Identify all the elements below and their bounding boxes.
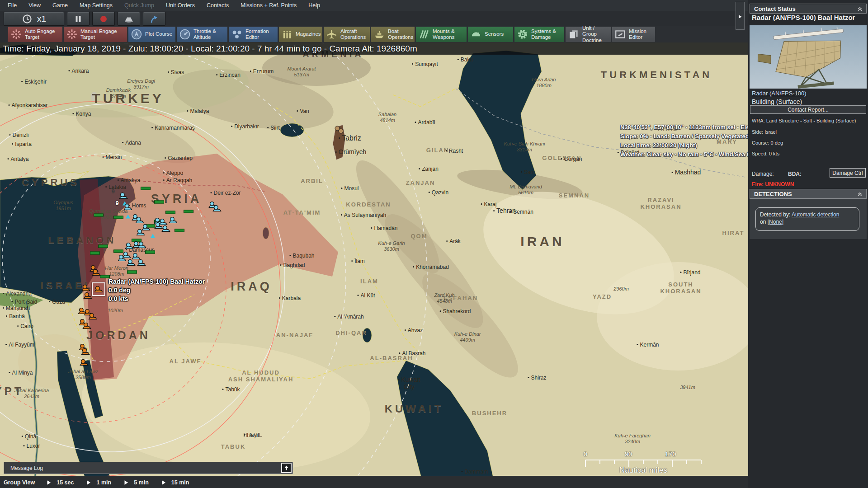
contact-db-link[interactable]: Radar (AN/FPS-100) xyxy=(752,90,807,97)
facility-strip[interactable] xyxy=(90,252,100,255)
record-icon xyxy=(98,14,109,24)
sidebar-collapse-button[interactable] xyxy=(736,2,745,30)
menu-help[interactable]: Help xyxy=(302,0,326,11)
record-button[interactable] xyxy=(92,12,115,26)
map-label-siirt: Siirt xyxy=(267,125,280,131)
unit-hostile[interactable] xyxy=(168,217,178,224)
speed-preset-15-min[interactable]: 15 min xyxy=(160,479,189,486)
menu-missions-ref-points[interactable]: Missions + Ref. Points xyxy=(235,0,302,11)
speed-preset-1-min[interactable]: 1 min xyxy=(85,479,111,486)
toolbar-auto-engage-target[interactable]: Auto Engage Target xyxy=(8,27,62,42)
selected-unit-box[interactable] xyxy=(92,282,105,296)
unit-friendly[interactable] xyxy=(88,313,98,320)
pause-icon xyxy=(73,14,84,24)
map-label-erzurum: Erzurum xyxy=(250,68,274,75)
map-label-gaziantep: Gaziantep xyxy=(165,155,193,161)
toolbar-unit-group-doctrine[interactable]: Unit / Group Doctrine xyxy=(566,27,611,42)
detections-header[interactable]: DETECTIONS xyxy=(750,189,867,199)
facility-strip[interactable] xyxy=(141,187,151,190)
speed-preset-5-min[interactable]: 5 min xyxy=(123,479,149,486)
detections-body: Detected by: Automatic detection on [Non… xyxy=(750,199,867,239)
contact-report-button[interactable]: Contact Report... xyxy=(750,105,866,114)
map-label-ar-k: Arāk xyxy=(446,238,461,244)
replay-button[interactable] xyxy=(118,12,140,26)
unit-hostile[interactable] xyxy=(131,253,141,260)
facility-strip[interactable] xyxy=(184,210,193,213)
toolbar-formation-editor[interactable]: Formation Editor xyxy=(229,27,278,42)
facility-strip[interactable] xyxy=(175,229,184,232)
detected-by-link[interactable]: Automatic detection xyxy=(792,211,839,218)
unit-friendly[interactable] xyxy=(83,292,93,299)
speed-preset-15-sec[interactable]: 15 sec xyxy=(46,479,74,486)
toolbar-sensors[interactable]: Sensors xyxy=(468,27,513,42)
unit-hostile[interactable] xyxy=(123,204,133,211)
message-log-expand-button[interactable] xyxy=(281,463,292,473)
facility-strip[interactable] xyxy=(113,216,123,219)
unit-air-marker[interactable] xyxy=(126,215,130,219)
unit-hostile[interactable] xyxy=(118,192,128,199)
map-label-qin: Qinā xyxy=(22,433,36,440)
toolbar-plot-course[interactable]: Plot Course xyxy=(128,27,175,42)
quick-jump-button[interactable] xyxy=(143,12,165,26)
unit-friendly[interactable] xyxy=(91,269,101,276)
facility-strip[interactable] xyxy=(98,245,108,248)
unit-hostile[interactable] xyxy=(126,259,136,266)
unit-friendly[interactable] xyxy=(82,323,92,329)
unit-hostile[interactable] xyxy=(161,225,171,232)
map-label-tabuk: TABUK xyxy=(221,443,246,450)
detection-target-link[interactable]: [None] xyxy=(768,219,783,225)
play-triangle-icon xyxy=(85,479,92,486)
toolbar-throttle-altitude[interactable]: Throttle & Altitude xyxy=(177,27,227,42)
toolbar-aircraft-operations[interactable]: Aircraft Operations xyxy=(324,27,370,42)
facility-strip[interactable] xyxy=(145,251,155,254)
unit-hostile[interactable] xyxy=(137,242,147,249)
unit-friendly[interactable] xyxy=(81,285,91,291)
group-view-button[interactable]: Group View xyxy=(4,479,35,486)
toolbar-manual-engage-target[interactable]: Manual Engage Target xyxy=(64,27,127,42)
contact-status-header[interactable]: Contact Status xyxy=(750,4,867,14)
facility-strip[interactable] xyxy=(127,271,137,274)
map-label-kuwait: KUWAIT xyxy=(385,403,444,415)
toolbar-mission-editor[interactable]: Mission Editor xyxy=(612,27,655,42)
map-label-1020m: 1020m xyxy=(108,308,123,314)
menu-unit-orders[interactable]: Unit Orders xyxy=(160,0,201,11)
contact-type: Building (Surface) xyxy=(752,98,802,105)
toolbar-label: Auto Engage Target xyxy=(25,28,60,40)
time-compression-button[interactable]: x1 xyxy=(4,12,64,26)
unit-friendly[interactable] xyxy=(79,359,89,366)
damage-ctrl-button[interactable]: Damage Ctrl xyxy=(830,168,866,178)
unit-hostile[interactable] xyxy=(136,229,146,236)
fire-status: Fire: UNKNOWN xyxy=(752,181,866,188)
unit-air-marker[interactable] xyxy=(151,234,155,238)
unit-hostile[interactable] xyxy=(137,259,146,266)
map-label-arbil: ARBIL xyxy=(301,178,323,184)
map-label-iraq: IRAQ xyxy=(231,280,272,294)
map-label-al-am-rah: Al 'Amārah xyxy=(334,314,363,320)
gear-icon xyxy=(517,28,528,40)
map-label-van: Van xyxy=(297,108,309,114)
map-label-kerm-n: Kermān xyxy=(637,342,659,348)
toolbar-magazines[interactable]: Magazines xyxy=(279,27,322,42)
unit-hostile[interactable] xyxy=(212,205,222,212)
menu-file[interactable]: File xyxy=(2,0,23,11)
facility-strip[interactable] xyxy=(165,211,175,214)
unit-neutral[interactable] xyxy=(339,129,344,134)
unit-hostile[interactable] xyxy=(135,217,145,224)
map-viewport[interactable]: TURKEYSYRIAIRAQIRANJORDANKUWAITCYPRUSLEB… xyxy=(0,42,748,488)
pause-button[interactable] xyxy=(67,12,90,26)
toolbar-mounts-weapons[interactable]: Mounts & Weapons xyxy=(416,27,467,42)
toolbar-boat-operations[interactable]: Boat Operations xyxy=(371,27,415,42)
menu-quick-jump[interactable]: Quick Jump xyxy=(118,0,160,11)
unit-hostile[interactable] xyxy=(124,243,134,249)
map-canvas[interactable]: TURKEYSYRIAIRAQIRANJORDANKUWAITCYPRUSLEB… xyxy=(0,42,748,488)
menu-map-settings[interactable]: Map Settings xyxy=(74,0,118,11)
time-status-text: Time: Friday, January 18, 2019 - Zulu: 1… xyxy=(3,44,417,54)
menu-contacts[interactable]: Contacts xyxy=(201,0,235,11)
facility-strip[interactable] xyxy=(94,214,104,217)
facility-strip[interactable] xyxy=(154,201,164,204)
menu-game[interactable]: Game xyxy=(47,0,74,11)
unit-friendly[interactable] xyxy=(80,348,90,355)
toolbar-systems-damage[interactable]: Systems & Damage xyxy=(514,27,564,42)
unit-hostile[interactable] xyxy=(117,255,127,262)
menu-view[interactable]: View xyxy=(23,0,47,11)
